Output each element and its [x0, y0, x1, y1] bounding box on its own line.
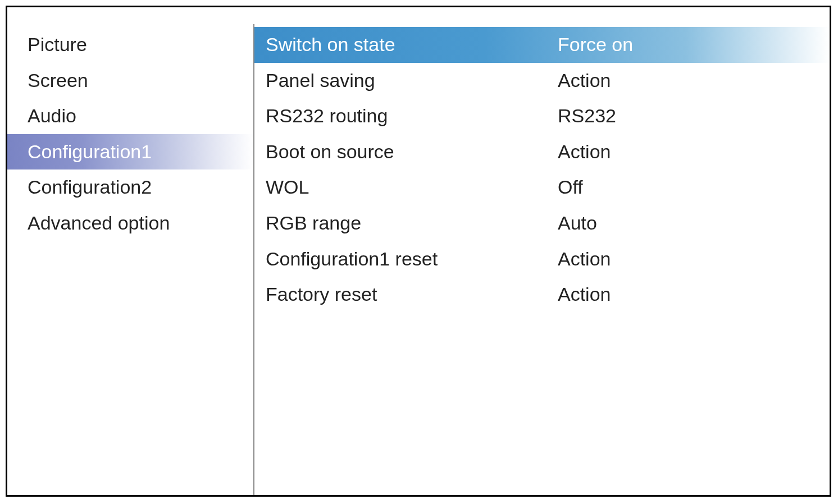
sidebar-item-picture[interactable]: Picture: [7, 27, 253, 63]
setting-value: Action: [558, 281, 818, 308]
sidebar-item-label: Configuration2: [28, 176, 152, 198]
setting-rgb-range[interactable]: RGB range Auto: [254, 205, 830, 241]
setting-wol[interactable]: WOL Off: [254, 169, 830, 205]
setting-label: Panel saving: [266, 67, 558, 94]
setting-label: Configuration1 reset: [266, 246, 558, 273]
sidebar-item-label: Audio: [28, 105, 76, 126]
setting-factory-reset[interactable]: Factory reset Action: [254, 277, 830, 313]
sidebar-item-screen[interactable]: Screen: [7, 63, 253, 99]
sidebar-item-audio[interactable]: Audio: [7, 98, 253, 134]
sidebar-item-label: Screen: [28, 70, 88, 91]
setting-value: Action: [558, 246, 818, 273]
setting-value: Force on: [558, 31, 818, 58]
setting-label: Boot on source: [266, 139, 558, 166]
sidebar: Picture Screen Audio Configuration1 Conf…: [7, 24, 254, 495]
setting-value: Off: [558, 174, 818, 201]
setting-label: Switch on state: [266, 31, 558, 58]
setting-configuration1-reset[interactable]: Configuration1 reset Action: [254, 241, 830, 277]
sidebar-item-configuration2[interactable]: Configuration2: [7, 169, 253, 205]
sidebar-item-advanced-option[interactable]: Advanced option: [7, 205, 253, 241]
setting-value: RS232: [558, 103, 818, 130]
settings-window: Picture Screen Audio Configuration1 Conf…: [6, 6, 831, 497]
settings-panel: Switch on state Force on Panel saving Ac…: [254, 24, 830, 495]
setting-label: Factory reset: [266, 281, 558, 308]
setting-boot-on-source[interactable]: Boot on source Action: [254, 134, 830, 170]
setting-switch-on-state[interactable]: Switch on state Force on: [254, 27, 830, 63]
sidebar-item-configuration1[interactable]: Configuration1: [7, 134, 253, 170]
setting-value: Action: [558, 139, 818, 166]
sidebar-item-label: Configuration1: [28, 141, 152, 162]
setting-rs232-routing[interactable]: RS232 routing RS232: [254, 98, 830, 134]
setting-value: Action: [558, 67, 818, 94]
setting-panel-saving[interactable]: Panel saving Action: [254, 63, 830, 99]
setting-label: WOL: [266, 174, 558, 201]
setting-label: RS232 routing: [266, 103, 558, 130]
sidebar-item-label: Advanced option: [28, 212, 170, 233]
sidebar-item-label: Picture: [28, 34, 87, 55]
setting-value: Auto: [558, 210, 818, 237]
setting-label: RGB range: [266, 210, 558, 237]
